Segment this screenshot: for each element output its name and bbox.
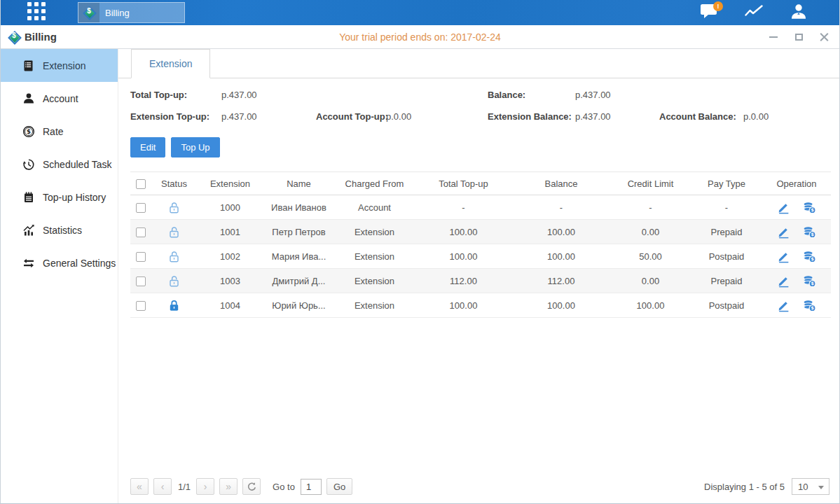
page-tabstrip: Extension [118, 49, 839, 78]
first-page-button[interactable]: « [130, 478, 149, 495]
messages-button[interactable]: ! [699, 4, 719, 22]
sidebar-nav: Extension Account $ Rate Scheduled Task … [1, 49, 118, 503]
window-title: Billing [8, 31, 57, 43]
last-page-button[interactable]: » [219, 478, 237, 495]
sidebar-item-account[interactable]: Account [1, 82, 118, 115]
edit-icon[interactable] [777, 299, 790, 312]
sidebar-item-statistics[interactable]: Statistics [1, 214, 118, 246]
resource-monitor-button[interactable] [744, 4, 764, 22]
refresh-icon [247, 482, 257, 492]
table-row: 1001 Петр Петров Extension 100.00 100.00… [130, 220, 831, 244]
topup-icon[interactable]: $ [803, 299, 816, 312]
go-button[interactable]: Go [326, 478, 352, 495]
next-page-button[interactable]: › [196, 478, 214, 495]
pagination-bar: « ‹ 1/1 › » Go to Go Displaying 1 - 5 of… [130, 474, 829, 499]
extension-balance-label: Extension Balance: [488, 111, 572, 122]
minimize-button[interactable] [768, 31, 779, 43]
edit-icon[interactable] [777, 225, 790, 239]
col-total-topup: Total Top-up [415, 172, 512, 195]
total-topup-label: Total Top-up: [130, 90, 187, 100]
displaying-text: Displaying 1 - 5 of 5 [704, 482, 785, 492]
rate-icon: $ [22, 125, 35, 138]
select-all-cell [130, 172, 151, 195]
topup-history-icon [22, 191, 35, 204]
row-checkbox[interactable] [136, 227, 146, 237]
topup-icon[interactable]: $ [803, 225, 816, 239]
topup-icon[interactable]: $ [803, 274, 816, 288]
edit-icon[interactable] [777, 250, 790, 263]
goto-page-input[interactable] [301, 479, 322, 495]
scheduled-task-icon [22, 158, 35, 171]
sidebar-item-scheduled-task[interactable]: Scheduled Task [1, 148, 118, 181]
billing-diamond-icon [83, 6, 95, 19]
col-status: Status [151, 172, 197, 195]
maximize-icon [795, 34, 803, 41]
chevron-down-icon [818, 486, 824, 489]
sidebar-item-rate[interactable]: $ Rate [1, 115, 118, 148]
row-checkbox[interactable] [136, 203, 146, 213]
taskbar-tab-billing[interactable]: Billing [78, 2, 185, 23]
account-topup-value: p.0.00 [386, 111, 411, 122]
sidebar-item-general-settings[interactable]: General Settings [1, 246, 118, 279]
refresh-button[interactable] [242, 478, 261, 495]
col-pay-type: Pay Type [691, 172, 762, 195]
extension-balance-value: p.437.00 [575, 111, 611, 122]
edit-icon[interactable] [777, 201, 790, 214]
balance-summary: Total Top-up: p.437.00 Balance: p.437.00… [130, 90, 839, 133]
table-row: 1000 Иван Иванов Account - - - - $ [130, 195, 831, 220]
taskbar-tab-label: Billing [105, 8, 130, 18]
sidebar-item-extension[interactable]: Extension [1, 49, 118, 82]
app-launcher-button[interactable] [25, 4, 48, 22]
topup-icon[interactable]: $ [803, 201, 816, 214]
svg-text:$: $ [27, 128, 31, 135]
system-topbar: Billing ! [1, 0, 839, 25]
extension-topup-value: p.437.00 [221, 111, 257, 122]
billing-diamond-icon [8, 31, 20, 43]
trial-notice: Your trial period ends on: 2017-02-24 [1, 31, 839, 43]
minimize-icon [769, 36, 778, 38]
svg-text:$: $ [811, 305, 813, 310]
edit-button[interactable]: Edit [130, 137, 165, 158]
col-name: Name [263, 172, 334, 195]
svg-text:$: $ [811, 207, 813, 212]
statistics-icon [22, 224, 35, 237]
svg-text:$: $ [811, 232, 813, 237]
row-checkbox[interactable] [136, 301, 146, 311]
unlocked-icon [167, 201, 181, 211]
col-extension: Extension [197, 172, 263, 195]
goto-label: Go to [273, 482, 295, 492]
app-grid-icon [27, 1, 46, 24]
topup-icon[interactable]: $ [803, 250, 816, 263]
locked-icon [167, 299, 181, 309]
account-icon [22, 92, 35, 105]
main-content: Extension Total Top-up: p.437.00 Balance… [118, 49, 839, 503]
row-checkbox[interactable] [136, 252, 146, 262]
col-operation: Operation [762, 172, 831, 195]
sidebar-item-top-up-history[interactable]: Top-up History [1, 181, 118, 214]
prev-page-button[interactable]: ‹ [153, 478, 172, 495]
edit-icon[interactable] [777, 274, 790, 288]
balance-label: Balance: [488, 90, 525, 100]
resource-monitor-icon [745, 4, 763, 21]
user-account-button[interactable] [789, 4, 808, 22]
row-checkbox[interactable] [136, 276, 146, 286]
page-size-value: 10 [798, 482, 808, 492]
select-all-checkbox[interactable] [136, 179, 146, 189]
account-balance-label: Account Balance: [659, 111, 736, 122]
unlocked-icon [167, 250, 181, 260]
close-button[interactable] [818, 31, 829, 43]
window-titlebar: Billing Your trial period ends on: 2017-… [1, 25, 839, 49]
tab-extension[interactable]: Extension [131, 49, 210, 78]
account-topup-label: Account Top-up: [316, 111, 388, 122]
close-icon [820, 32, 829, 41]
extension-table: Status Extension Name Charged From Total… [130, 172, 831, 318]
col-charged-from: Charged From [334, 172, 415, 195]
svg-text:$: $ [811, 256, 813, 261]
maximize-button[interactable] [793, 31, 804, 43]
page-indicator: 1/1 [178, 482, 191, 492]
page-size-select[interactable]: 10 [792, 478, 829, 495]
unlocked-icon [167, 274, 181, 285]
top-up-button[interactable]: Top Up [171, 137, 219, 158]
notification-badge: ! [713, 1, 723, 11]
unlocked-icon [167, 225, 181, 236]
